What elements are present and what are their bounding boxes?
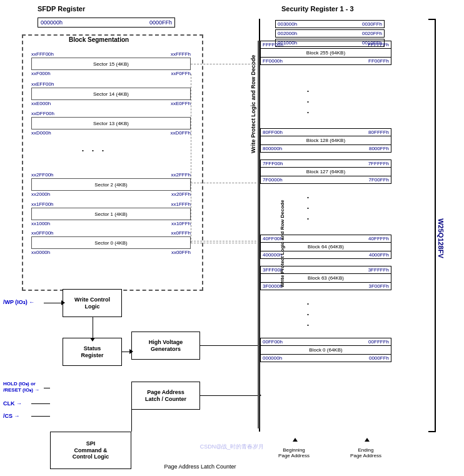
- hold-signal-label: HOLD (IO₃) or/RESET (IO₃) →: [3, 381, 39, 394]
- diagram-container: SFDP Register Security Register 1 - 3 00…: [0, 0, 464, 476]
- dots-mid-mem3: ·: [306, 212, 311, 225]
- arrow-wc-sr: [90, 338, 95, 342]
- dots-low-mem3: ·: [306, 318, 311, 332]
- dashed-vert-left: [191, 74, 191, 243]
- sector-0-row: xx0FF00h xx0FFFh Sector 0 (4KB) xx0000h …: [31, 230, 191, 255]
- mem-top-border: [428, 19, 436, 20]
- line-wc-sr: [93, 317, 93, 338]
- security-title: Security Register 1 - 3: [281, 5, 354, 13]
- page-address-latch-label: Page Address Latch Counter: [159, 463, 241, 470]
- wp-logic-bar: [258, 41, 260, 428]
- line-pal-mem: [200, 395, 260, 396]
- arrow-wp-wc: [61, 300, 65, 305]
- sfdp-title: SFDP Register: [38, 5, 85, 13]
- line-wp-wc: [44, 303, 63, 303]
- write-protect-logic-label: Write Protect Logic and Row Decode: [250, 55, 256, 153]
- arrow-sec15: [191, 64, 260, 64]
- dots-middle: · · ·: [81, 144, 106, 157]
- line-clk-spi: [31, 403, 50, 404]
- line-cs-spi: [31, 416, 50, 417]
- wp-signal-label: /WP (IO₂) ←: [3, 299, 34, 305]
- beginning-page-label: BeginningPage Address: [269, 447, 319, 458]
- block-segmentation-title: Block Segmentation: [69, 36, 129, 43]
- write-control-logic-box: Write Control Logic: [63, 289, 122, 317]
- ending-page-label: EndingPage Address: [341, 447, 391, 458]
- page-address-latch-box: Page Address Latch / Counter: [131, 382, 200, 410]
- status-register-box: Status Register: [63, 338, 122, 366]
- spi-command-box: SPI Command & Control Logic: [50, 432, 131, 469]
- high-voltage-gen-box: High Voltage Generators: [131, 332, 200, 360]
- sector-2-row: xx2FF00h xx2FFFh Sector 2 (4KB) xx2000h …: [31, 172, 191, 197]
- dots-top-mem3: ·: [306, 106, 311, 119]
- dashed-h-bot: [191, 243, 260, 243]
- line-hv-mem: [200, 345, 260, 346]
- arrow-end-up: [365, 438, 370, 442]
- block-0: 00FF00h 00FFFFh Block 0 (64KB) 000000h 0…: [260, 338, 391, 362]
- chip-label: W25Q128FV: [437, 218, 445, 258]
- sector-13-row: xxDFF00h Sector 13 (4KB) xxD000h xxD0FFh: [31, 111, 191, 136]
- arrow-beg-up: [293, 438, 298, 442]
- block-128: 80FF00h 80FFFFh Block 128 (64KB) 800000h…: [260, 128, 391, 153]
- sfdp-end-addr: 0000FFh: [149, 19, 172, 26]
- arrow-sec0: [191, 241, 260, 241]
- sector-1-row: xx1FF00h xx1FFFh Sector 1 (4KB) xx1000h …: [31, 201, 191, 226]
- clk-signal-label: CLK →: [3, 400, 22, 407]
- mem-right-border: [435, 19, 436, 432]
- watermark: CSDN@战_时的青春岁月: [200, 443, 265, 451]
- sfdp-start-addr: 000000h: [41, 19, 63, 26]
- cs-signal-label: /CS →: [3, 413, 20, 419]
- arrow-sec2: [191, 183, 260, 183]
- arrow-sr-hv: [129, 349, 133, 354]
- line-spi-pal: [131, 407, 132, 432]
- block-127: 7FFF00h 7FFFFFh Block 127 (64KB) 7F0000h…: [260, 160, 391, 184]
- sector-15-row: xxFFF00h xxFFFFh Sector 15 (4KB) xxF000h…: [31, 51, 191, 76]
- wp-logic-vertical-label: Write Protect Logic and Row Decode: [280, 200, 285, 288]
- sfdp-address-bar: 000000h 0000FFh: [38, 18, 175, 28]
- mem-bot-border: [428, 431, 436, 432]
- line-hold-spi: [44, 388, 50, 388]
- block-255: FFFF00h FFFFFFh Block 255 (64KB) FF0000h…: [260, 41, 391, 65]
- sector-14-row: xxEFF00h Sector 14 (4KB) xxE000h xxE0FFh: [31, 81, 191, 106]
